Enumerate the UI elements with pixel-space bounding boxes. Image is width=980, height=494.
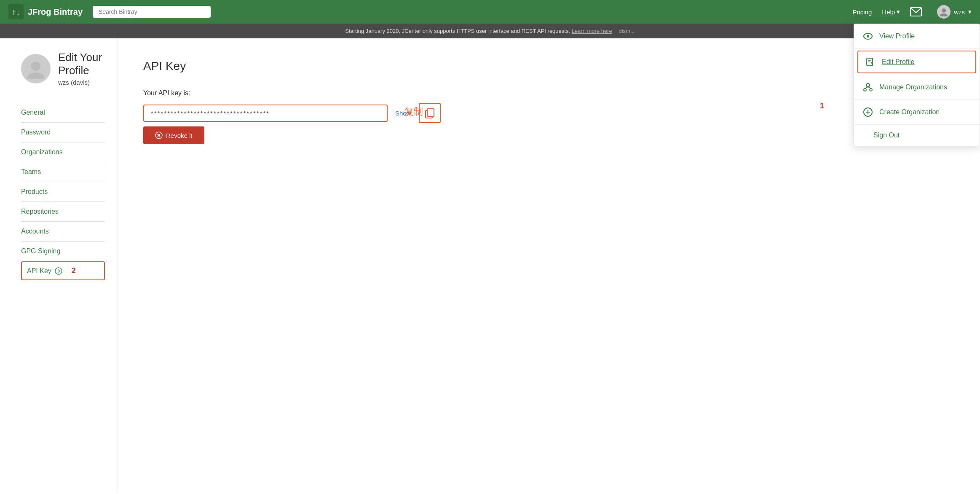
banner-link[interactable]: Learn more here <box>572 28 612 34</box>
svg-point-14 <box>867 35 869 38</box>
profile-username: wzs (davis) <box>58 79 105 86</box>
main-container: Edit Your Profile wzs (davis) General Pa… <box>0 38 980 493</box>
sidebar: Edit Your Profile wzs (davis) General Pa… <box>0 38 118 493</box>
svg-rect-9 <box>427 109 434 116</box>
profile-header: Edit Your Profile wzs (davis) <box>21 51 105 86</box>
dropdown-manage-orgs[interactable]: Manage Organizations <box>854 75 980 100</box>
sidebar-nav: General Password Organizations Teams Pro… <box>21 103 105 280</box>
badge-2: 2 <box>72 266 76 275</box>
main-content: API Key Your API key is: Show 复制 Revoke … <box>118 38 980 493</box>
svg-point-18 <box>866 83 870 87</box>
svg-text:↑↓: ↑↓ <box>12 7 20 16</box>
edit-icon <box>865 56 876 67</box>
chevron-down-icon: ▾ <box>897 8 900 16</box>
user-menu-trigger[interactable]: wzs ▾ <box>937 5 972 19</box>
top-navigation: ↑↓ JFrog Bintray Pricing Help ▾ wzs ▾ <box>0 0 980 24</box>
sidebar-item-general[interactable]: General <box>21 103 105 123</box>
api-key-input[interactable] <box>143 105 388 122</box>
eye-icon <box>862 31 873 42</box>
plus-circle-icon <box>862 107 873 118</box>
banner-text: Starting January 2020, JCenter only supp… <box>345 28 570 34</box>
dropdown-sign-out[interactable]: Sign Out <box>854 125 980 146</box>
sidebar-item-repositories[interactable]: Repositories <box>21 202 105 222</box>
sidebar-item-api-key[interactable]: API Key 2 <box>21 261 105 280</box>
dropdown-view-profile[interactable]: View Profile <box>854 24 980 49</box>
svg-point-19 <box>864 89 866 91</box>
nav-links: Pricing Help ▾ wzs ▾ <box>852 5 972 19</box>
notification-banner: Starting January 2020, JCenter only supp… <box>0 24 980 38</box>
search-input[interactable] <box>93 6 211 18</box>
x-circle-icon <box>155 132 163 139</box>
page-title: Edit Your Profile <box>58 51 105 77</box>
revoke-button[interactable]: Revoke it <box>143 126 204 144</box>
copy-icon <box>424 107 436 119</box>
sidebar-item-accounts[interactable]: Accounts <box>21 222 105 242</box>
help-link[interactable]: Help ▾ <box>882 8 900 16</box>
svg-point-4 <box>940 13 948 16</box>
svg-point-3 <box>942 8 946 13</box>
user-dropdown-menu: View Profile Edit Profile Manage Organiz… <box>854 24 980 146</box>
dropdown-create-org[interactable]: Create Organization <box>854 100 980 125</box>
logo-area: ↑↓ JFrog Bintray <box>8 4 93 19</box>
jfrog-logo-icon: ↑↓ <box>8 4 24 19</box>
pricing-link[interactable]: Pricing <box>852 8 872 16</box>
svg-point-5 <box>31 62 40 71</box>
dropdown-edit-profile[interactable]: Edit Profile <box>857 51 976 73</box>
revoke-row: Revoke it <box>143 126 955 144</box>
org-icon <box>862 82 873 93</box>
app-title: JFrog Bintray <box>28 7 83 17</box>
sidebar-item-products[interactable]: Products <box>21 182 105 202</box>
svg-line-22 <box>868 87 871 89</box>
mail-icon[interactable] <box>910 7 922 16</box>
avatar <box>21 54 51 83</box>
sidebar-item-organizations[interactable]: Organizations <box>21 142 105 162</box>
api-key-label: Your API key is: <box>143 89 955 97</box>
sidebar-item-gpg-signing[interactable]: GPG Signing <box>21 242 105 261</box>
sidebar-item-teams[interactable]: Teams <box>21 162 105 182</box>
user-avatar-nav <box>937 5 951 19</box>
username-nav: wzs <box>954 8 965 16</box>
sidebar-item-password[interactable]: Password <box>21 123 105 142</box>
user-chevron-icon: ▾ <box>968 8 972 16</box>
svg-point-7 <box>55 268 62 274</box>
banner-dismiss[interactable]: dism... <box>619 28 635 34</box>
svg-point-20 <box>870 89 872 91</box>
arrow-right-circle-icon <box>55 267 62 275</box>
section-title: API Key <box>143 59 955 79</box>
profile-info: Edit Your Profile wzs (davis) <box>58 51 105 86</box>
badge-1: 1 <box>820 102 824 110</box>
svg-point-6 <box>27 72 44 79</box>
svg-line-21 <box>865 87 868 89</box>
